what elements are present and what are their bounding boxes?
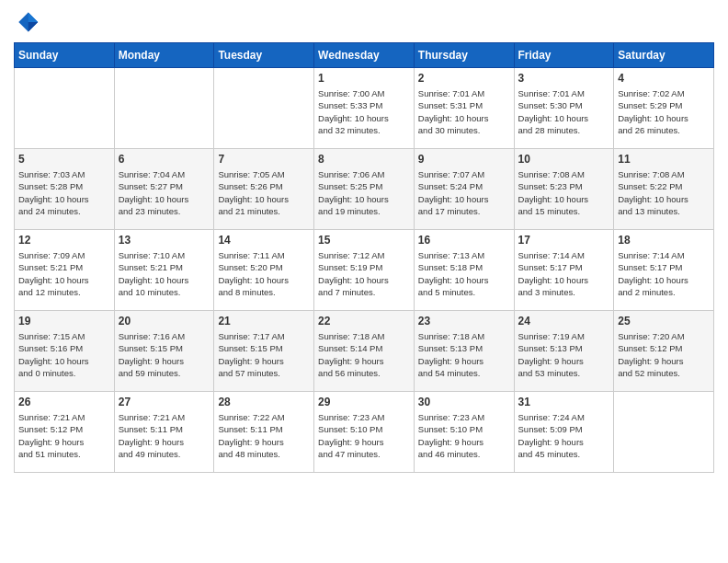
day-number: 6 (119, 153, 210, 166)
day-number: 1 (318, 72, 410, 85)
calendar-cell: 6Sunrise: 7:04 AM Sunset: 5:27 PM Daylig… (114, 149, 214, 230)
calendar-cell: 30Sunrise: 7:23 AM Sunset: 5:10 PM Dayli… (414, 392, 514, 473)
calendar-cell: 16Sunrise: 7:13 AM Sunset: 5:18 PM Dayli… (414, 230, 514, 311)
logo-icon (14, 9, 40, 35)
day-number: 23 (418, 315, 510, 327)
day-info: Sunrise: 7:19 AM Sunset: 5:13 PM Dayligh… (518, 330, 610, 379)
day-number: 11 (618, 153, 710, 166)
calendar-cell (114, 68, 214, 149)
day-info: Sunrise: 7:01 AM Sunset: 5:30 PM Dayligh… (518, 87, 610, 136)
day-info: Sunrise: 7:18 AM Sunset: 5:13 PM Dayligh… (418, 330, 510, 379)
calendar-cell: 12Sunrise: 7:09 AM Sunset: 5:21 PM Dayli… (15, 230, 115, 311)
logo (14, 9, 43, 35)
calendar-cell: 20Sunrise: 7:16 AM Sunset: 5:15 PM Dayli… (114, 311, 214, 392)
day-info: Sunrise: 7:08 AM Sunset: 5:23 PM Dayligh… (518, 168, 610, 217)
day-info: Sunrise: 7:22 AM Sunset: 5:11 PM Dayligh… (218, 411, 310, 460)
calendar-cell: 8Sunrise: 7:06 AM Sunset: 5:25 PM Daylig… (314, 149, 415, 230)
weekday-header-row: SundayMondayTuesdayWednesdayThursdayFrid… (15, 43, 714, 68)
weekday-header-sunday: Sunday (15, 43, 115, 68)
header (14, 9, 714, 35)
day-number: 28 (218, 396, 310, 408)
day-number: 24 (518, 315, 610, 327)
day-number: 18 (618, 234, 710, 247)
day-info: Sunrise: 7:07 AM Sunset: 5:24 PM Dayligh… (418, 168, 510, 217)
calendar-cell: 28Sunrise: 7:22 AM Sunset: 5:11 PM Dayli… (214, 392, 314, 473)
day-number: 12 (18, 234, 110, 247)
weekday-header-friday: Friday (514, 43, 614, 68)
day-info: Sunrise: 7:14 AM Sunset: 5:17 PM Dayligh… (518, 249, 610, 298)
day-info: Sunrise: 7:21 AM Sunset: 5:12 PM Dayligh… (18, 411, 110, 460)
svg-marker-2 (28, 13, 39, 23)
calendar-cell: 23Sunrise: 7:18 AM Sunset: 5:13 PM Dayli… (414, 311, 514, 392)
calendar-cell: 17Sunrise: 7:14 AM Sunset: 5:17 PM Dayli… (514, 230, 614, 311)
day-number: 30 (418, 396, 510, 408)
calendar-cell: 18Sunrise: 7:14 AM Sunset: 5:17 PM Dayli… (614, 230, 714, 311)
calendar-cell: 25Sunrise: 7:20 AM Sunset: 5:12 PM Dayli… (614, 311, 714, 392)
day-info: Sunrise: 7:11 AM Sunset: 5:20 PM Dayligh… (218, 249, 310, 298)
weekday-header-wednesday: Wednesday (314, 43, 415, 68)
day-info: Sunrise: 7:16 AM Sunset: 5:15 PM Dayligh… (119, 330, 210, 379)
day-number: 7 (218, 153, 310, 166)
day-number: 29 (318, 396, 410, 408)
day-number: 19 (18, 315, 110, 327)
calendar-cell: 29Sunrise: 7:23 AM Sunset: 5:10 PM Dayli… (314, 392, 415, 473)
calendar-cell: 24Sunrise: 7:19 AM Sunset: 5:13 PM Dayli… (514, 311, 614, 392)
svg-marker-3 (28, 22, 39, 32)
week-row-2: 5Sunrise: 7:03 AM Sunset: 5:28 PM Daylig… (15, 149, 714, 230)
day-number: 3 (518, 72, 610, 85)
week-row-4: 19Sunrise: 7:15 AM Sunset: 5:16 PM Dayli… (15, 311, 714, 392)
day-info: Sunrise: 7:10 AM Sunset: 5:21 PM Dayligh… (119, 249, 210, 298)
calendar-cell: 26Sunrise: 7:21 AM Sunset: 5:12 PM Dayli… (15, 392, 115, 473)
day-number: 25 (618, 315, 710, 327)
calendar-cell: 27Sunrise: 7:21 AM Sunset: 5:11 PM Dayli… (114, 392, 214, 473)
calendar-cell: 14Sunrise: 7:11 AM Sunset: 5:20 PM Dayli… (214, 230, 314, 311)
day-info: Sunrise: 7:20 AM Sunset: 5:12 PM Dayligh… (618, 330, 710, 379)
day-number: 16 (418, 234, 510, 247)
calendar-cell: 1Sunrise: 7:00 AM Sunset: 5:33 PM Daylig… (314, 68, 415, 149)
day-number: 27 (119, 396, 210, 408)
calendar-cell (214, 68, 314, 149)
day-info: Sunrise: 7:21 AM Sunset: 5:11 PM Dayligh… (119, 411, 210, 460)
day-info: Sunrise: 7:23 AM Sunset: 5:10 PM Dayligh… (318, 411, 410, 460)
calendar-cell: 11Sunrise: 7:08 AM Sunset: 5:22 PM Dayli… (614, 149, 714, 230)
day-info: Sunrise: 7:04 AM Sunset: 5:27 PM Dayligh… (119, 168, 210, 217)
week-row-3: 12Sunrise: 7:09 AM Sunset: 5:21 PM Dayli… (15, 230, 714, 311)
day-info: Sunrise: 7:01 AM Sunset: 5:31 PM Dayligh… (418, 87, 510, 136)
day-number: 9 (418, 153, 510, 166)
day-number: 2 (418, 72, 510, 85)
calendar-cell: 21Sunrise: 7:17 AM Sunset: 5:15 PM Dayli… (214, 311, 314, 392)
day-number: 4 (618, 72, 710, 85)
day-number: 13 (119, 234, 210, 247)
day-info: Sunrise: 7:15 AM Sunset: 5:16 PM Dayligh… (18, 330, 110, 379)
day-number: 22 (318, 315, 410, 327)
day-info: Sunrise: 7:23 AM Sunset: 5:10 PM Dayligh… (418, 411, 510, 460)
day-info: Sunrise: 7:14 AM Sunset: 5:17 PM Dayligh… (618, 249, 710, 298)
day-info: Sunrise: 7:05 AM Sunset: 5:26 PM Dayligh… (218, 168, 310, 217)
day-info: Sunrise: 7:18 AM Sunset: 5:14 PM Dayligh… (318, 330, 410, 379)
calendar-cell: 15Sunrise: 7:12 AM Sunset: 5:19 PM Dayli… (314, 230, 415, 311)
day-info: Sunrise: 7:13 AM Sunset: 5:18 PM Dayligh… (418, 249, 510, 298)
day-info: Sunrise: 7:00 AM Sunset: 5:33 PM Dayligh… (318, 87, 410, 136)
day-number: 17 (518, 234, 610, 247)
day-info: Sunrise: 7:24 AM Sunset: 5:09 PM Dayligh… (518, 411, 610, 460)
day-number: 21 (218, 315, 310, 327)
week-row-1: 1Sunrise: 7:00 AM Sunset: 5:33 PM Daylig… (15, 68, 714, 149)
weekday-header-tuesday: Tuesday (214, 43, 314, 68)
day-number: 31 (518, 396, 610, 408)
day-info: Sunrise: 7:08 AM Sunset: 5:22 PM Dayligh… (618, 168, 710, 217)
calendar-table: SundayMondayTuesdayWednesdayThursdayFrid… (14, 42, 714, 473)
day-number: 26 (18, 396, 110, 408)
calendar-cell: 19Sunrise: 7:15 AM Sunset: 5:16 PM Dayli… (15, 311, 115, 392)
day-number: 5 (18, 153, 110, 166)
calendar-cell: 9Sunrise: 7:07 AM Sunset: 5:24 PM Daylig… (414, 149, 514, 230)
calendar-cell: 10Sunrise: 7:08 AM Sunset: 5:23 PM Dayli… (514, 149, 614, 230)
calendar-cell: 5Sunrise: 7:03 AM Sunset: 5:28 PM Daylig… (15, 149, 115, 230)
calendar-cell: 7Sunrise: 7:05 AM Sunset: 5:26 PM Daylig… (214, 149, 314, 230)
page: SundayMondayTuesdayWednesdayThursdayFrid… (0, 0, 728, 487)
day-info: Sunrise: 7:17 AM Sunset: 5:15 PM Dayligh… (218, 330, 310, 379)
calendar-cell: 22Sunrise: 7:18 AM Sunset: 5:14 PM Dayli… (314, 311, 415, 392)
calendar-cell (614, 392, 714, 473)
day-info: Sunrise: 7:03 AM Sunset: 5:28 PM Dayligh… (18, 168, 110, 217)
day-info: Sunrise: 7:09 AM Sunset: 5:21 PM Dayligh… (18, 249, 110, 298)
calendar-cell: 31Sunrise: 7:24 AM Sunset: 5:09 PM Dayli… (514, 392, 614, 473)
